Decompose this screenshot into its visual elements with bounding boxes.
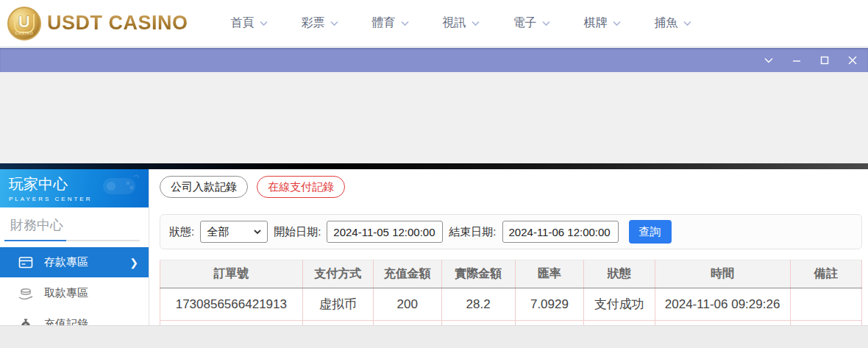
nav-label: 彩票 [302, 15, 325, 31]
col-time: 時間 [655, 260, 790, 288]
nav-label: 體育 [372, 15, 396, 31]
col-remark: 備註 [790, 260, 861, 288]
players-center-banner: 玩家中心 PLAYERS CENTER [0, 169, 149, 207]
chevron-down-icon [260, 19, 268, 27]
nav-label: 電子 [513, 15, 537, 31]
gamepad-icon [99, 172, 141, 205]
record-tabs: 公司入款記錄 在線支付記錄 [160, 176, 868, 198]
window-title-bar [0, 48, 868, 72]
col-exchange-rate: 匯率 [515, 260, 583, 288]
cell-time: 2024-11-06 09:29:26 [655, 288, 790, 321]
nav-item-lottery[interactable]: 彩票 [302, 15, 338, 31]
brand[interactable]: U CASINO USDT CASINO [7, 7, 188, 40]
cell-recharge-amount: 200 [374, 288, 442, 321]
nav-label: 捕魚 [655, 15, 678, 31]
cell-status: 支付成功 [584, 288, 655, 321]
sidebar: 玩家中心 PLAYERS CENTER 財務中心 存款專區 ❯ [0, 169, 149, 325]
nav-label: 首頁 [231, 15, 255, 31]
sidebar-item-withdraw[interactable]: 取款專區 [0, 278, 149, 308]
chevron-down-icon [683, 19, 691, 27]
brand-name: USDT CASINO [47, 12, 188, 35]
nav-item-sports[interactable]: 體育 [372, 15, 409, 31]
money-bag-icon: $ [18, 318, 34, 326]
sidebar-item-recharge-records[interactable]: $ 充值記錄 [0, 309, 149, 325]
tab-label: 公司入款記錄 [171, 180, 237, 194]
nav-item-live[interactable]: 視訊 [443, 15, 480, 31]
cell-remark [790, 288, 861, 321]
records-table-wrap: 訂單號 支付方式 充值金額 實際金額 匯率 狀態 時間 備註 173085656… [160, 260, 862, 325]
table-header-row: 訂單號 支付方式 充值金額 實際金額 匯率 狀態 時間 備註 [160, 260, 862, 288]
status-select[interactable]: 全部 [200, 221, 268, 243]
sidebar-item-label: 存款專區 [44, 255, 88, 269]
nav-item-slots[interactable]: 電子 [513, 15, 550, 31]
nav-label: 棋牌 [584, 15, 608, 31]
finance-center-title: 財務中心 [0, 207, 149, 240]
nav-item-cards[interactable]: 棋牌 [584, 15, 621, 31]
main-panel: 公司入款記錄 在線支付記錄 狀態: 全部 開始日期: 結束日期: 查詢 [149, 169, 868, 325]
cell-order-id: 1730856566421913 [160, 288, 303, 321]
chevron-down-icon [330, 19, 338, 27]
col-order-id: 訂單號 [160, 260, 303, 288]
brand-logo-icon: U CASINO [7, 7, 41, 40]
deposit-card-icon [18, 256, 34, 269]
sidebar-item-label: 取款專區 [44, 286, 88, 300]
col-payment-method: 支付方式 [302, 260, 373, 288]
search-button[interactable]: 查詢 [629, 220, 672, 244]
chevron-down-icon [613, 19, 621, 27]
end-date-label: 結束日期: [449, 225, 496, 239]
chevron-down-icon [401, 19, 409, 27]
minimize-button[interactable] [789, 52, 805, 68]
col-recharge-amount: 充值金額 [374, 260, 442, 288]
tab-online-payment-records[interactable]: 在線支付記錄 [257, 176, 345, 198]
content-area: 玩家中心 PLAYERS CENTER 財務中心 存款專區 ❯ [0, 169, 868, 325]
chevron-right-icon: ❯ [129, 257, 138, 269]
nav-item-home[interactable]: 首頁 [231, 15, 268, 31]
table-row: 1730856566421913 虚拟币 200 28.2 7.0929 支付成… [160, 288, 862, 321]
status-select-value: 全部 [207, 225, 229, 239]
nav-item-fishing[interactable]: 捕魚 [655, 15, 691, 31]
sidebar-item-label: 充值記錄 [44, 317, 88, 325]
chevron-down-icon [472, 19, 480, 27]
nav-label: 視訊 [443, 15, 466, 31]
start-date-input[interactable] [327, 221, 443, 243]
cell-actual-amount: 28.2 [441, 288, 515, 321]
end-date-input[interactable] [502, 221, 619, 243]
close-button[interactable] [844, 52, 861, 68]
sidebar-item-deposit[interactable]: 存款專區 ❯ [0, 247, 149, 277]
dark-divider-strip [0, 163, 868, 169]
withdraw-hand-icon [18, 287, 34, 300]
col-actual-amount: 實際金額 [441, 260, 515, 288]
cell-payment-method: 虚拟币 [302, 288, 373, 321]
maximize-button[interactable] [817, 52, 833, 68]
bottom-page-strip [0, 325, 868, 348]
chevron-down-icon [254, 229, 261, 235]
col-status: 狀態 [584, 260, 655, 288]
section-divider [4, 240, 140, 241]
tab-company-deposit-records[interactable]: 公司入款記錄 [160, 176, 248, 198]
records-table: 訂單號 支付方式 充值金額 實際金額 匯率 狀態 時間 備註 173085656… [160, 260, 862, 325]
status-label: 狀態: [169, 225, 194, 239]
top-header: U CASINO USDT CASINO 首頁 彩票 體育 視訊 電子 棋牌 [0, 0, 868, 47]
logo-caption: CASINO [9, 31, 40, 35]
desktop-background [0, 72, 868, 163]
tab-label: 在線支付記錄 [268, 180, 334, 194]
chevron-down-icon [542, 19, 550, 27]
main-nav: 首頁 彩票 體育 視訊 電子 棋牌 捕魚 [231, 15, 691, 31]
start-date-label: 開始日期: [274, 225, 321, 239]
cell-exchange-rate: 7.0929 [515, 288, 583, 321]
filter-bar: 狀態: 全部 開始日期: 結束日期: 查詢 [160, 214, 862, 249]
chevron-down-icon[interactable] [761, 52, 777, 68]
